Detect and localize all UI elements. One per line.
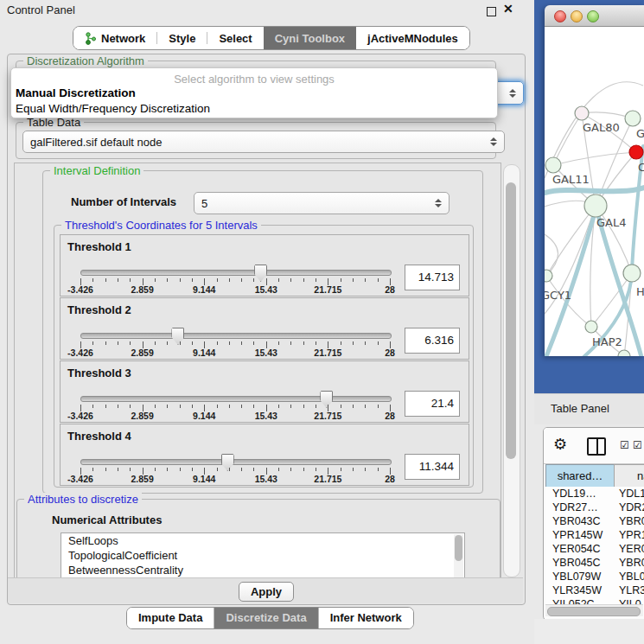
network-node-node-right[interactable] [623, 265, 641, 282]
apply-strip: Apply [8, 577, 523, 603]
table-row[interactable]: YDR27…YDR2 [545, 501, 644, 514]
dropdown-option-equal-width[interactable]: Equal Width/Frequency Discretization [16, 102, 210, 115]
apply-button[interactable]: Apply [239, 582, 294, 602]
tab-jactivemnodules[interactable]: jActiveMNodules [356, 27, 469, 49]
attribute-item[interactable]: TopologicalCoefficient [61, 548, 464, 563]
threshold-value-field[interactable]: 21.4 [405, 391, 460, 417]
column-header-shared[interactable]: shared… [545, 464, 615, 488]
slider-track[interactable] [80, 459, 392, 465]
slider-tick-labels: -3.4262.8599.14415.4321.71528 [80, 411, 390, 421]
attribute-item[interactable]: SelfLoops [61, 533, 464, 548]
tab-label: Cyni Toolbox [275, 32, 345, 45]
node-label-GA: GA [636, 127, 644, 140]
table-toolbar: ⚙ ☑ ☑ [544, 428, 644, 464]
tab-infer-network[interactable]: Infer Network [319, 608, 413, 628]
panel-scrollbar-thumb[interactable] [506, 182, 516, 459]
threshold-value-field[interactable]: 11.344 [405, 454, 460, 480]
node-label-C: C [638, 161, 644, 174]
tab-discretize-data[interactable]: Discretize Data [214, 608, 318, 628]
table-row[interactable]: YDL19…YDL1 [545, 487, 644, 501]
threshold-box-4: Threshold 4-3.4262.8599.14415.4321.71528… [60, 424, 469, 486]
numerical-attributes-list[interactable]: SelfLoopsTopologicalCoefficientBetweenne… [61, 532, 465, 579]
table-hscrollbar[interactable] [545, 604, 643, 616]
interval-definition-group: Interval Definition Number of Intervals … [42, 170, 483, 494]
column-header-name[interactable]: na [614, 464, 644, 488]
list-scrollbar-thumb[interactable] [455, 535, 462, 561]
tab-style[interactable]: Style [157, 27, 207, 49]
attribute-item[interactable]: BetweennessCentrality [61, 563, 464, 577]
threshold-label: Threshold 4 [67, 430, 131, 443]
table-row[interactable]: YBR045CYBR0 [545, 556, 644, 570]
network-node-GAL4[interactable] [584, 194, 607, 217]
network-node-node-top-right[interactable] [625, 111, 641, 126]
cell-name: YPR1 [619, 528, 644, 542]
zoom-traffic-light-icon[interactable] [587, 10, 599, 22]
network-edge[interactable] [553, 152, 636, 165]
network-node-node-red[interactable] [629, 145, 643, 159]
table-row[interactable]: YER054CYER0 [545, 542, 644, 556]
algorithm-group-title: Discretization Algorithm [23, 54, 148, 67]
node-label-GAL11: GAL11 [552, 173, 590, 186]
interval-definition-title: Interval Definition [50, 164, 143, 177]
close-traffic-light-icon[interactable] [554, 10, 566, 22]
network-node-node-bottom[interactable] [618, 350, 630, 356]
slider-track[interactable] [80, 396, 392, 402]
table-row[interactable]: YBR043CYBR0 [545, 514, 644, 528]
table-data-combobox[interactable]: galFiltered.sif default node [22, 131, 505, 153]
tab-select[interactable]: Select [207, 27, 263, 49]
network-node-GAL11[interactable] [545, 157, 561, 173]
cell-name: YDL1 [619, 487, 644, 501]
cell-shared-name: YER054C [552, 542, 601, 556]
cell-shared-name: YLR345W [552, 583, 602, 597]
tab-label: Style [169, 32, 195, 45]
network-node-GCY1[interactable] [545, 270, 552, 282]
table-panel-title: Table Panel [551, 402, 609, 415]
tab-cyni-toolbox[interactable]: Cyni Toolbox [264, 27, 356, 49]
combo-arrows-icon [485, 137, 497, 146]
table-row[interactable]: YLR345WYLR3 [545, 583, 644, 597]
combo-arrows-icon [504, 89, 516, 98]
network-node-GAL80[interactable] [575, 106, 589, 120]
network-edge-highlighted[interactable] [545, 216, 594, 356]
network-edge-highlighted[interactable] [545, 188, 644, 193]
cell-name: YLR3 [619, 583, 644, 597]
app-root: Control Panel ✕ NetworkStyleSelectCyni T… [0, 0, 644, 644]
cell-shared-name: YDR27… [552, 501, 598, 514]
settings-gear-icon[interactable]: ⚙ [553, 435, 567, 454]
network-edge[interactable] [553, 113, 582, 165]
tab-impute-data[interactable]: Impute Data [127, 608, 214, 628]
table-row[interactable]: YBL079WYBL0 [545, 570, 644, 583]
column-layout-icon[interactable] [587, 437, 606, 456]
table-row[interactable]: YPR145WYPR1 [545, 528, 644, 542]
network-canvas[interactable]: GAL80GACGAL11GAL4GCY1HHAP2 [545, 27, 644, 356]
close-icon[interactable]: ✕ [503, 2, 513, 16]
threshold-box-3: Threshold 3-3.4262.8599.14415.4321.71528… [60, 360, 469, 423]
attributes-group: Attributes to discretize Numerical Attri… [16, 499, 501, 579]
float-window-icon[interactable] [487, 7, 496, 16]
network-node-HAP2[interactable] [585, 321, 597, 333]
network-graph: GAL80GACGAL11GAL4GCY1HHAP2 [545, 27, 644, 356]
cell-name: YER0 [619, 542, 644, 556]
tab-network[interactable]: Network [73, 27, 156, 49]
list-scrollbar[interactable] [454, 534, 463, 579]
panel-title: Control Panel [7, 3, 75, 16]
slider-tick-labels: -3.4262.8599.14415.4321.71528 [80, 474, 390, 484]
number-of-intervals-combobox[interactable]: 5 [194, 192, 450, 214]
select-column-icon[interactable]: ☑ [633, 439, 642, 451]
dropdown-option-manual[interactable]: Manual Discretization [16, 86, 136, 99]
network-window: GAL80GACGAL11GAL4GCY1HHAP2 [545, 5, 644, 356]
network-window-titlebar[interactable] [545, 5, 644, 27]
numerical-attributes-label: Numerical Attributes [52, 513, 162, 526]
settings-scroll-area: Interval Definition Number of Intervals … [14, 163, 501, 579]
slider-tick-labels: -3.4262.8599.14415.4321.71528 [80, 284, 390, 295]
select-column-icon[interactable]: ☑ [620, 439, 629, 451]
cell-shared-name: YBR045C [552, 556, 601, 570]
panel-scrollbar[interactable] [503, 164, 520, 577]
slider-track[interactable] [80, 333, 392, 339]
threshold-value-field[interactable]: 6.316 [405, 328, 460, 354]
threshold-value-field[interactable]: 14.713 [405, 265, 460, 290]
minimize-traffic-light-icon[interactable] [571, 10, 583, 22]
slider-track[interactable] [80, 270, 392, 276]
number-of-intervals-value: 5 [201, 197, 207, 210]
table-hscrollbar-thumb[interactable] [547, 607, 641, 616]
